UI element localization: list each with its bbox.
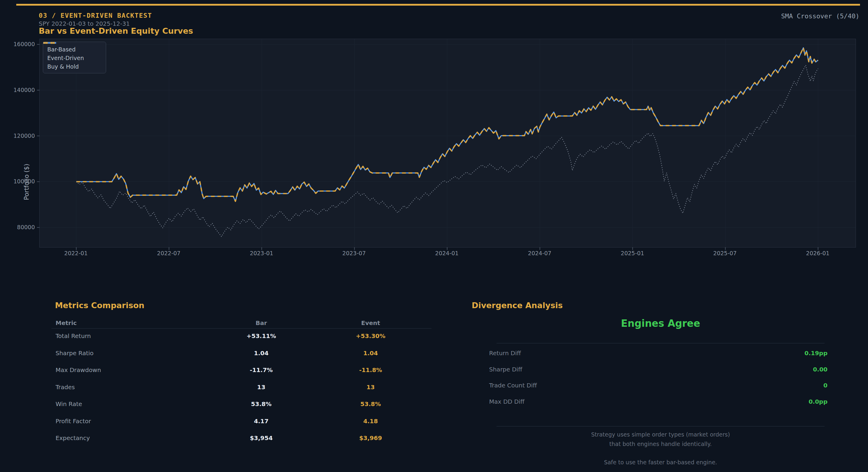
report-step-label: 03 / EVENT-DRIVEN BACKTEST (39, 12, 152, 19)
equity-curve-canvas (40, 39, 856, 247)
x-tick-label: 2022-07 (151, 250, 186, 257)
x-tick-label: 2025-07 (707, 250, 743, 257)
metric-event-value: 53.8% (338, 401, 403, 408)
metric-name: Win Rate (56, 401, 82, 408)
metric-name: Profit Factor (56, 418, 91, 425)
divergence-section-title: Divergence Analysis (472, 301, 563, 310)
divergence-metric-value: 0.00 (497, 366, 828, 373)
metric-name: Expectancy (56, 435, 90, 442)
legend-swatch-dotted-icon (43, 42, 56, 44)
metric-event-value: 1.04 (338, 350, 403, 357)
metrics-section-title: Metrics Comparison (55, 301, 145, 310)
metric-event-value: 13 (338, 384, 403, 391)
y-tick-label: 80000 (4, 224, 35, 230)
metric-bar-value: +53.11% (229, 332, 294, 340)
x-tick-label: 2025-01 (615, 250, 650, 257)
x-tick-label: 2022-01 (58, 250, 94, 257)
metric-bar-value: 13 (229, 384, 294, 391)
divergence-note-line-1: Strategy uses simple order types (market… (497, 431, 825, 438)
metric-bar-value: 4.17 (229, 418, 294, 425)
x-tick-label: 2023-07 (336, 250, 372, 257)
strategy-label: SMA Crossover (5/40) (781, 12, 860, 20)
metric-name: Total Return (56, 332, 91, 340)
metric-event-value: -11.8% (338, 366, 403, 374)
legend-label: Bar-Based (47, 46, 76, 53)
divergence-note-line-2: that both engines handle identically. (497, 441, 825, 447)
metrics-col-bar: Bar (229, 319, 294, 326)
divergence-metric-value: 0 (497, 382, 828, 389)
page-title: Bar vs Event-Driven Equity Curves (39, 26, 193, 35)
metric-bar-value: -11.7% (229, 366, 294, 374)
backtest-report: 03 / EVENT-DRIVEN BACKTEST SPY 2022-01-0… (0, 0, 868, 472)
x-tick-label: 2024-01 (429, 250, 465, 257)
divergence-rule-bottom (497, 426, 825, 426)
divergence-verdict: Engines Agree (497, 318, 825, 329)
equity-curve-plot: Portfolio ($) Bar-Based Event-Driven Buy… (39, 39, 856, 247)
legend-item: Bar-Based (43, 45, 106, 54)
divergence-metric-value: 0.0pp (497, 398, 828, 405)
metrics-col-metric: Metric (56, 319, 77, 326)
metric-bar-value: $3,954 (229, 435, 294, 442)
divergence-note-line-3: Safe to use the faster bar-based engine. (497, 459, 825, 466)
x-tick-label: 2023-01 (244, 250, 279, 257)
metric-event-value: +53.30% (338, 332, 403, 340)
metric-name: Max Drawdown (56, 366, 101, 374)
legend-label: Buy & Hold (47, 63, 79, 70)
chart-legend: Bar-Based Event-Driven Buy & Hold (43, 42, 106, 73)
divergence-metric-value: 0.19pp (497, 350, 828, 357)
y-tick-label: 140000 (4, 87, 35, 93)
metric-bar-value: 53.8% (229, 401, 294, 408)
legend-item: Buy & Hold (43, 62, 106, 71)
metrics-col-event: Event (338, 319, 403, 326)
y-tick-label: 160000 (4, 41, 35, 47)
x-tick-label: 2024-07 (522, 250, 557, 257)
metric-event-value: 4.18 (338, 418, 403, 425)
metric-event-value: $3,969 (338, 435, 403, 442)
legend-item: Event-Driven (43, 54, 106, 62)
y-tick-label: 100000 (4, 178, 35, 184)
metric-bar-value: 1.04 (229, 350, 294, 357)
accent-top-rule (16, 4, 860, 6)
metrics-header-rule (52, 328, 432, 329)
legend-label: Event-Driven (47, 55, 84, 61)
x-tick-label: 2026-01 (800, 250, 836, 257)
metric-name: Trades (56, 384, 75, 391)
y-tick-label: 120000 (4, 132, 35, 139)
metric-name: Sharpe Ratio (56, 350, 94, 357)
